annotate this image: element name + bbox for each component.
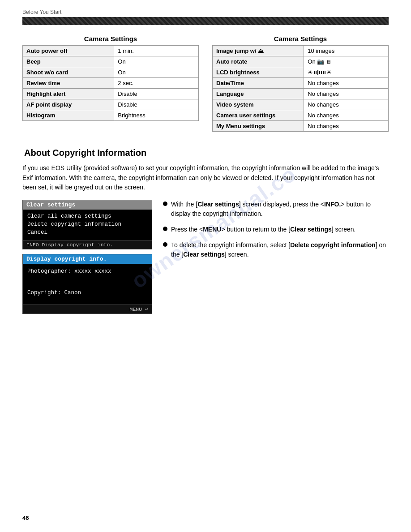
table-row: Highlight alertDisable <box>23 89 199 99</box>
table-row: HistogramBrightness <box>23 110 199 121</box>
right-settings-table: Image jump w/ ⛰10 imagesAuto rotateOn 📷 … <box>212 45 389 132</box>
screen2-title: Display copyright info. <box>23 254 152 264</box>
screen2-line: Photographer: xxxxx xxxxx <box>27 267 147 275</box>
table-row: AF point displayDisable <box>23 99 199 110</box>
table-row: Video systemNo changes <box>213 99 389 110</box>
tables-container: Camera Settings Auto power off1 min.Beep… <box>22 35 389 132</box>
content-row: Clear settings Clear all camera settings… <box>22 200 389 314</box>
bullet-text: To delete the copyright information, sel… <box>171 240 389 259</box>
screen1-title: Clear settings <box>23 200 152 210</box>
screen2-body: Photographer: xxxxx xxxxx Copyright: Can… <box>23 264 152 304</box>
screen2: Display copyright info. Photographer: xx… <box>22 254 152 314</box>
screen2-footer: MENU ↩ <box>23 304 152 313</box>
screen1: Clear settings Clear all camera settings… <box>22 200 152 249</box>
table-row: My Menu settingsNo changes <box>213 121 389 132</box>
table-row: Date/TimeNo changes <box>213 78 389 89</box>
left-table-section: Camera Settings Auto power off1 min.Beep… <box>22 35 199 132</box>
bullet-dot <box>163 242 167 247</box>
bullet-text: Press the <MENU> button to return to the… <box>171 225 355 234</box>
page-number: 46 <box>22 515 29 521</box>
bullet-text: With the [Clear settings] screen display… <box>171 200 389 219</box>
screen-item: Cancel <box>27 228 147 236</box>
table-row: Shoot w/o cardOn <box>23 67 199 78</box>
table-row: Auto power off1 min. <box>23 46 199 56</box>
bullet-item: To delete the copyright information, sel… <box>163 240 389 259</box>
table-row: LanguageNo changes <box>213 89 389 99</box>
screen-item: Delete copyright information <box>27 220 147 228</box>
screen1-footer: INFO Display copyright info. <box>23 240 152 249</box>
table-row: LCD brightness☀☀ <box>213 67 389 78</box>
breadcrumb: Before You Start <box>22 9 389 15</box>
table-row: Auto rotateOn 📷 🖥 <box>213 56 389 67</box>
bullet-item: With the [Clear settings] screen display… <box>163 200 389 219</box>
dark-banner <box>22 17 389 25</box>
table-row: Review time2 sec. <box>23 78 199 89</box>
left-settings-table: Auto power off1 min.BeepOnShoot w/o card… <box>22 45 199 121</box>
right-table-section: Camera Settings Image jump w/ ⛰10 images… <box>212 35 389 132</box>
about-paragraph: If you use EOS Utility (provided softwar… <box>22 163 389 193</box>
bullet-item: Press the <MENU> button to return to the… <box>163 225 389 234</box>
bullets-col: With the [Clear settings] screen display… <box>163 200 389 266</box>
screenshots-col: Clear settings Clear all camera settings… <box>22 200 152 314</box>
bullet-dot <box>163 202 167 206</box>
screen2-line: Copyright: Canon <box>27 289 147 297</box>
table-row: BeepOn <box>23 56 199 67</box>
about-section: About Copyright Information If you use E… <box>22 148 389 314</box>
table-row: Camera user settingsNo changes <box>213 110 389 121</box>
about-title: About Copyright Information <box>22 148 389 158</box>
left-table-title: Camera Settings <box>22 35 199 43</box>
bullet-dot <box>163 227 167 231</box>
screen-item: Clear all camera settings <box>27 212 147 220</box>
right-table-title: Camera Settings <box>212 35 389 43</box>
screen1-body: Clear all camera settingsDelete copyrigh… <box>23 210 152 240</box>
screen2-line <box>27 278 147 286</box>
table-row: Image jump w/ ⛰10 images <box>213 46 389 56</box>
